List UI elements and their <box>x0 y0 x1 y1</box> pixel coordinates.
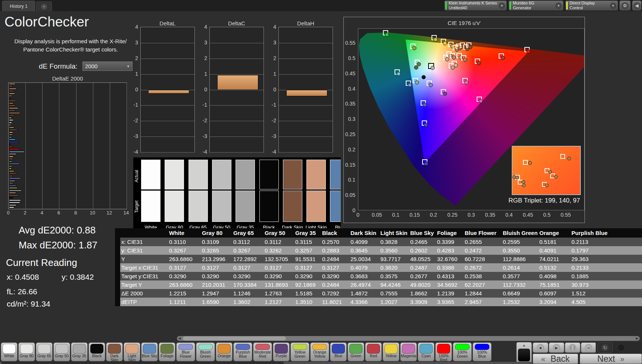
pattern-button-green[interactable]: Green <box>348 342 364 361</box>
deltae-bar <box>9 124 11 126</box>
pattern-button-orange-yellow[interactable]: Orange Yellow <box>310 342 329 361</box>
new-tab-button[interactable]: + <box>36 1 52 11</box>
pattern-button-blue[interactable]: Blue <box>330 342 347 361</box>
pattern-bar-scrollbar-thumb[interactable] <box>1 362 284 364</box>
table-cell: 0.3127 <box>169 264 202 271</box>
pattern-button-gray-65[interactable]: Gray 65 <box>36 342 53 361</box>
pattern-button-magenta[interactable]: Magenta <box>400 342 417 361</box>
stop-button[interactable]: ■ <box>533 342 548 353</box>
device-button-1[interactable]: Klein Instruments K SeriesUntitled40▼ <box>444 0 507 11</box>
table-cell: 1.2844 <box>465 290 503 296</box>
device-button-3[interactable]: Direct Display Control▼ <box>565 0 618 11</box>
pattern-button-dark-skin[interactable]: Dark Skin <box>106 342 123 361</box>
pattern-button-label: Light Skin <box>124 354 140 362</box>
table-scrollbar-thumb[interactable] <box>183 336 286 341</box>
target-swatch <box>165 191 184 222</box>
loop-icon: [··] <box>569 344 576 351</box>
pattern-button-moderate-red[interactable]: Moderate Red <box>253 342 272 361</box>
measured-point-marker <box>412 46 416 50</box>
x-tick-label: 0.5 <box>543 212 550 218</box>
pattern-button-foliage[interactable]: Foliage <box>159 342 175 361</box>
table-cell: 0.5132 <box>539 264 571 271</box>
pattern-color-swatch <box>108 344 121 354</box>
pattern-button-white[interactable]: White <box>1 342 18 361</box>
table-row[interactable]: ΔE 20001.22151.29471.12461.27631.51850.7… <box>115 289 642 298</box>
back-button[interactable]: « Back <box>533 354 578 364</box>
y-tick-label: 1 <box>204 71 207 77</box>
actual-swatch <box>165 160 184 189</box>
loop-button[interactable]: [··] <box>565 342 580 353</box>
pattern-bar-scrollbar[interactable] <box>0 362 532 364</box>
pattern-button-100-red[interactable]: 100% Red <box>435 342 452 361</box>
repeat-infinite-button[interactable]: ∞ <box>581 342 596 353</box>
deltae-bar <box>9 100 16 101</box>
column-header: Gray 80 <box>202 230 233 236</box>
deltae-bar <box>9 185 16 186</box>
pattern-button-black[interactable]: Black <box>88 342 105 361</box>
device-button-2[interactable]: Murideo 6G Generator▼ <box>508 0 564 11</box>
scroll-up-icon[interactable]: ▲ <box>517 342 532 349</box>
measured-point-marker <box>429 83 433 87</box>
sync-button[interactable]: ↻ <box>597 342 613 353</box>
table-scrollbar[interactable]: ◀ ▶ <box>177 336 640 341</box>
deltaH-chart <box>278 27 333 153</box>
table-row[interactable]: Y263.6860213.2996172.2892132.570591.5531… <box>115 255 642 263</box>
pattern-button-purplish-blue[interactable]: Purplish Blue <box>233 342 252 361</box>
pattern-button-purple[interactable]: Purple <box>273 342 290 361</box>
pattern-button-gray-80[interactable]: Gray 80 <box>18 342 35 361</box>
collapse-panel-button[interactable]: ◀ <box>632 0 642 11</box>
pattern-button-label: Dark Skin <box>106 354 122 362</box>
scroll-left-icon[interactable]: ◀ <box>177 336 182 341</box>
column-header: Gray 50 <box>265 230 295 236</box>
deltae-bar <box>9 148 20 150</box>
settings-button[interactable]: ⚙ <box>619 0 631 11</box>
table-row[interactable]: y: CIE310.32670.32650.32670.32620.32570.… <box>115 246 642 255</box>
target-swatch <box>188 191 208 222</box>
de-formula-label: dE Formula: <box>39 62 77 70</box>
table-row[interactable]: x: CIE310.31100.31090.31120.31120.31150.… <box>115 238 642 246</box>
next-button[interactable]: Next » <box>580 354 642 364</box>
tab-history-1[interactable]: History 1 <box>2 1 35 11</box>
deltae-bar <box>9 182 13 184</box>
play-button[interactable]: ▶ <box>549 342 564 353</box>
pattern-button-yellow-green[interactable]: Yellow Green <box>290 342 309 361</box>
x-tick-label: 0.1 <box>392 212 399 218</box>
pattern-button-bluish-green[interactable]: Bluish Green <box>196 342 215 361</box>
x-tick-label: 2 <box>24 210 27 216</box>
y-tick-label: 0 <box>204 87 207 92</box>
pattern-button-cyan[interactable]: Cyan <box>418 342 434 361</box>
table-cell: 0.2883 <box>322 247 350 254</box>
table-row[interactable]: Target Y263.6860210.2031170.3384131.8693… <box>115 280 642 289</box>
pattern-button-orange[interactable]: Orange <box>216 342 233 361</box>
pattern-button-100-green[interactable]: 100% Green <box>453 342 472 361</box>
de-formula-dropdown[interactable]: 2000 ▼ <box>82 62 133 71</box>
table-cell: 132.5705 <box>265 256 295 262</box>
pattern-button-yellow[interactable]: Yellow <box>383 342 399 361</box>
pattern-button-label: Gray 80 <box>19 354 35 358</box>
pattern-color-swatch <box>275 344 287 354</box>
scroll-right-icon[interactable]: ▶ <box>635 336 640 341</box>
table-cell: 3.9365 <box>437 299 465 305</box>
delta-value-bar <box>286 90 327 97</box>
record-icon[interactable] <box>617 344 625 351</box>
pattern-level-spinner[interactable]: ▲ <box>516 342 532 364</box>
chevron-down-icon: ▼ <box>127 65 130 68</box>
pattern-button-100-blue[interactable]: 100% Blue <box>473 342 492 361</box>
table-row[interactable]: Target y:CIE310.32900.32900.32900.32900.… <box>115 272 642 280</box>
measured-point-marker <box>431 66 435 70</box>
pattern-button-blue-sky[interactable]: Blue Sky <box>141 342 158 361</box>
pattern-button-label: Cyan <box>418 354 434 358</box>
table-cell: 1.3602 <box>233 299 265 305</box>
pattern-button-gray-35[interactable]: Gray 35 <box>71 342 88 361</box>
pattern-button-red[interactable]: Red <box>365 342 382 361</box>
table-cell: 0.3683 <box>350 273 380 279</box>
deltae-bar <box>9 187 18 189</box>
table-row[interactable]: Target x:CIE310.31270.31270.31270.31270.… <box>115 263 642 272</box>
x-tick-label: 0.05 <box>372 212 382 218</box>
table-cell: 1.2139 <box>437 290 465 296</box>
pattern-button-light-skin[interactable]: Light Skin <box>124 342 140 361</box>
pattern-button-gray-50[interactable]: Gray 50 <box>53 342 70 361</box>
pattern-button-label: White <box>1 354 17 358</box>
pattern-button-blue-flower[interactable]: Blue Flower <box>176 342 195 361</box>
table-row[interactable]: dEITP1.12111.65901.36021.21271.351011.80… <box>115 298 642 306</box>
